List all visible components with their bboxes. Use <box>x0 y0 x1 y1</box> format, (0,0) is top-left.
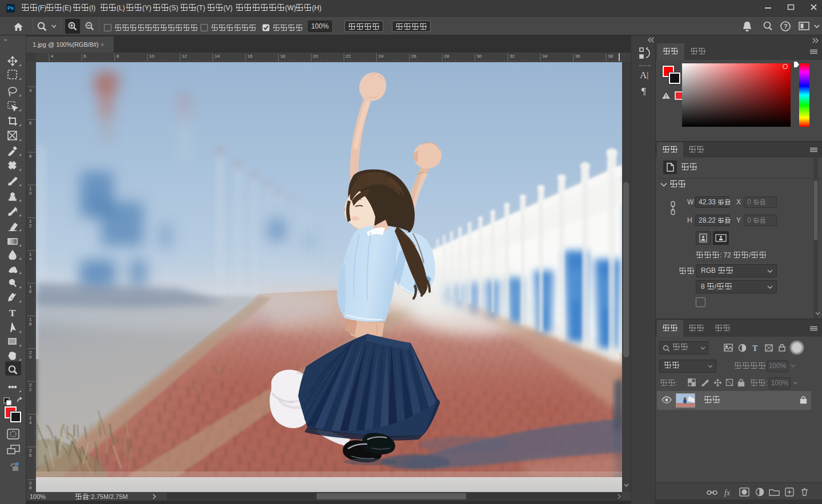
svg-text:16: 16 <box>247 54 252 59</box>
svg-text:4: 4 <box>29 420 32 425</box>
svg-text:6: 6 <box>29 453 32 458</box>
svg-text:2: 2 <box>29 223 32 228</box>
svg-text:0: 0 <box>29 354 32 360</box>
svg-text:6: 6 <box>29 289 32 294</box>
svg-text:8: 8 <box>117 54 119 59</box>
svg-text:18: 18 <box>280 54 285 59</box>
svg-text:36: 36 <box>575 54 580 59</box>
svg-text:24: 24 <box>379 54 384 59</box>
svg-text:30: 30 <box>477 54 482 59</box>
svg-text:6: 6 <box>29 120 32 126</box>
svg-text:T: T <box>9 308 16 318</box>
svg-text:0: 0 <box>29 191 32 196</box>
svg-text:?: ? <box>784 23 788 30</box>
svg-text:14: 14 <box>215 54 220 59</box>
svg-text:32: 32 <box>510 54 515 59</box>
svg-text:28: 28 <box>444 54 449 59</box>
svg-text:10: 10 <box>149 54 154 59</box>
svg-text:4: 4 <box>51 54 54 59</box>
svg-text:26: 26 <box>411 54 416 59</box>
svg-text:fx: fx <box>724 489 731 497</box>
svg-text:38: 38 <box>608 54 613 59</box>
svg-text:4: 4 <box>29 88 32 93</box>
svg-text:8: 8 <box>29 321 32 326</box>
svg-text:34: 34 <box>542 54 547 59</box>
svg-text:22: 22 <box>346 54 351 59</box>
svg-text:T: T <box>752 344 758 352</box>
svg-text:8: 8 <box>29 485 32 490</box>
svg-text:2: 2 <box>29 387 32 392</box>
svg-text:12: 12 <box>182 54 187 59</box>
svg-text:20: 20 <box>313 54 318 59</box>
svg-text:8: 8 <box>29 154 32 159</box>
svg-text:4: 4 <box>29 256 32 261</box>
svg-text:6: 6 <box>83 54 86 59</box>
